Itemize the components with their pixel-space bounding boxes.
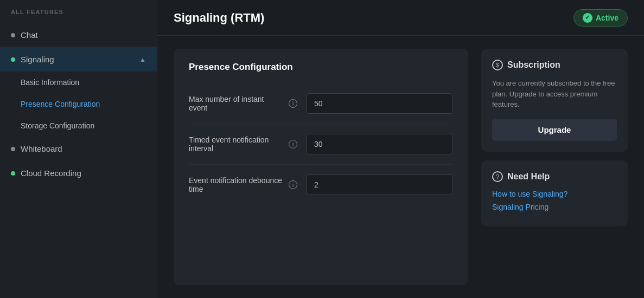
sidebar-sub-item-storage-configuration[interactable]: Storage Configuration xyxy=(0,115,157,137)
sidebar-item-cloud-recording[interactable]: Cloud Recording xyxy=(0,161,157,185)
active-badge: ✓ Active xyxy=(573,9,628,27)
config-row-timed-notification: Timed event notification interval i xyxy=(189,124,453,165)
help-header: ? Need Help xyxy=(492,171,617,182)
presence-configuration-label: Presence Configuration xyxy=(21,100,100,108)
sidebar-sub-item-presence-configuration[interactable]: Presence Configuration xyxy=(0,93,157,115)
cloud-recording-dot xyxy=(11,171,15,176)
content-area: Presence Configuration Max number of ins… xyxy=(157,36,644,298)
chevron-up-icon: ▲ xyxy=(139,56,146,63)
timed-notification-label: Timed event notification interval i xyxy=(189,135,297,153)
main-content: Signaling (RTM) ✓ Active Presence Config… xyxy=(157,0,644,298)
presence-configuration-card: Presence Configuration Max number of ins… xyxy=(174,49,468,285)
debounce-input[interactable] xyxy=(306,174,453,195)
sidebar-item-chat[interactable]: Chat xyxy=(0,23,157,47)
debounce-info-icon[interactable]: i xyxy=(289,180,297,189)
config-row-debounce: Event notification debounce time i xyxy=(189,165,453,205)
max-instant-event-label: Max number of instant event i xyxy=(189,95,297,112)
subscription-title: Subscription xyxy=(507,60,560,70)
top-header: Signaling (RTM) ✓ Active xyxy=(157,0,644,36)
sidebar-item-signaling[interactable]: Signaling ▲ xyxy=(0,47,157,72)
storage-configuration-label: Storage Configuration xyxy=(21,121,94,130)
right-panel: $ Subscription You are currently subscri… xyxy=(481,49,628,285)
upgrade-button[interactable]: Upgrade xyxy=(492,119,617,141)
chat-dot xyxy=(11,33,15,37)
page-title: Signaling (RTM) xyxy=(174,11,264,25)
signaling-pricing-link[interactable]: Signaling Pricing xyxy=(492,203,617,211)
how-to-use-signaling-link[interactable]: How to use Signaling? xyxy=(492,190,617,198)
check-circle-icon: ✓ xyxy=(583,13,592,23)
sidebar-item-signaling-label: Signaling xyxy=(21,55,54,64)
help-card: ? Need Help How to use Signaling? Signal… xyxy=(481,160,628,226)
subscription-description: You are currently subscribed to the free… xyxy=(492,78,617,110)
sidebar-item-chat-label: Chat xyxy=(21,30,38,40)
sidebar-sub-item-basic-information[interactable]: Basic Information xyxy=(0,72,157,93)
max-instant-event-input[interactable] xyxy=(306,93,453,114)
sidebar-sub-items: Basic Information Presence Configuration… xyxy=(0,72,157,137)
subscription-header: $ Subscription xyxy=(492,60,617,70)
sidebar-item-whiteboard-label: Whiteboard xyxy=(21,144,62,153)
subscription-card: $ Subscription You are currently subscri… xyxy=(481,49,628,152)
whiteboard-dot xyxy=(11,147,15,151)
sidebar: ALL FEATURES Chat Signaling ▲ Basic Info… xyxy=(0,0,157,298)
active-label: Active xyxy=(596,14,619,22)
basic-information-label: Basic Information xyxy=(21,78,79,87)
debounce-label: Event notification debounce time i xyxy=(189,176,297,193)
subscription-icon: $ xyxy=(492,60,503,70)
help-icon: ? xyxy=(492,171,503,182)
timed-notification-info-icon[interactable]: i xyxy=(289,140,297,148)
sidebar-item-whiteboard[interactable]: Whiteboard xyxy=(0,137,157,161)
help-title: Need Help xyxy=(507,172,550,182)
max-instant-event-info-icon[interactable]: i xyxy=(289,99,297,108)
sidebar-item-cloud-recording-label: Cloud Recording xyxy=(21,169,81,178)
sidebar-header: ALL FEATURES xyxy=(0,9,157,23)
signaling-dot xyxy=(11,57,15,62)
config-row-max-instant-event: Max number of instant event i xyxy=(189,83,453,124)
presence-card-title: Presence Configuration xyxy=(189,62,453,73)
timed-notification-input[interactable] xyxy=(306,134,453,154)
